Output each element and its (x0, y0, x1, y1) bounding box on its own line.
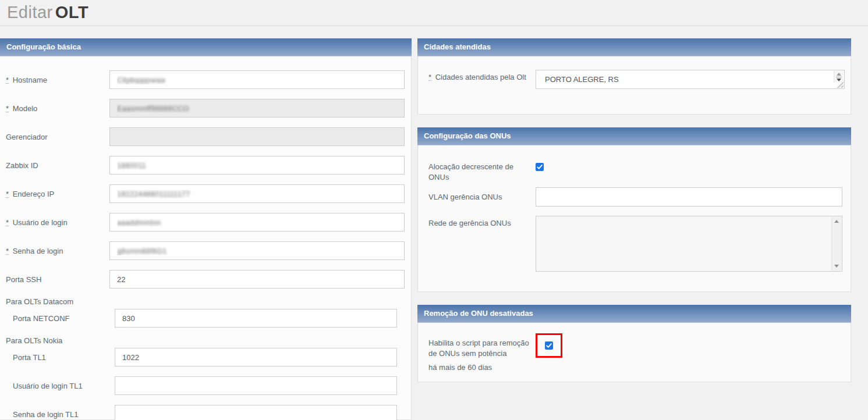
alocacao-label: Alocação decrescente de ONUs (428, 159, 536, 183)
form-row-alocacao: Alocação decrescente de ONUs (428, 159, 842, 183)
panel-body-remocao: Habilita o script para remoção de ONUs s… (417, 323, 851, 382)
spinner-divider (836, 77, 842, 77)
panel-header-remocao: Remoção de ONU desativadas (417, 305, 851, 323)
required-marker: * (6, 220, 9, 226)
scrollbar-up-icon[interactable] (834, 220, 839, 223)
check-icon (537, 164, 543, 170)
remocao-checkbox[interactable] (545, 341, 553, 350)
scrollbar[interactable] (831, 217, 841, 270)
endereco-ip-label: * Endereço IP (6, 190, 109, 198)
left-column: Configuração básica * Hostname * Modelo … (0, 38, 412, 420)
hostname-input[interactable] (109, 70, 405, 89)
panel-body-configuracao-basica: * Hostname * Modelo Gerenciador Zabbix I… (0, 56, 412, 420)
form-row-porta-netconf: Porta NETCONF (6, 309, 411, 328)
remocao-label: Habilita o script para remoção de ONUs s… (428, 338, 536, 359)
form-row-vlan: VLAN gerência ONUs (428, 187, 842, 207)
form-row-gerenciador: Gerenciador (6, 127, 411, 146)
section-heading-datacom: Para OLTs Datacom (6, 297, 411, 307)
remocao-note: há mais de 60 dias (428, 362, 536, 373)
usuario-login-label: * Usuário de login (6, 218, 109, 227)
rede-textarea[interactable] (536, 216, 842, 272)
panel-cidades-atendidas: Cidades atendidas * Cidades atendidas pe… (417, 38, 851, 115)
senha-login-label: * Senha de login (6, 247, 109, 255)
vlan-input[interactable] (536, 187, 842, 207)
right-column: Cidades atendidas * Cidades atendidas pe… (417, 38, 851, 382)
form-row-senha-login: * Senha de login (6, 241, 411, 260)
rede-label: Rede de gerência ONUs (428, 216, 536, 229)
panel-body-onus: Alocação decrescente de ONUs VLAN gerênc… (417, 145, 851, 292)
form-row-porta-ssh: Porta SSH (6, 270, 411, 289)
red-highlight-box (536, 333, 562, 358)
zabbix-id-input[interactable] (109, 156, 405, 175)
porta-netconf-label: Porta NETCONF (6, 314, 109, 323)
required-marker: * (428, 74, 431, 81)
vlan-label: VLAN gerência ONUs (428, 192, 536, 202)
hostname-label: * Hostname (6, 76, 109, 84)
scrollbar-down-icon[interactable] (834, 265, 839, 268)
porta-ssh-label: Porta SSH (6, 275, 109, 284)
modelo-input (109, 99, 405, 118)
page-titlebar: EditarOLT (0, 0, 868, 26)
form-row-zabbix-id: Zabbix ID (6, 156, 411, 175)
zabbix-id-label: Zabbix ID (6, 161, 109, 170)
senha-login-input[interactable] (109, 241, 405, 260)
required-marker: * (6, 248, 9, 255)
page-title: EditarOLT (7, 3, 868, 22)
spinner-down-icon[interactable] (837, 79, 841, 81)
form-row-hostname: * Hostname (6, 70, 411, 89)
check-icon (546, 343, 552, 348)
usuario-login-input[interactable] (109, 213, 405, 232)
gerenciador-input (109, 127, 405, 146)
gerenciador-label: Gerenciador (6, 133, 109, 141)
form-row-porta-tl1: Porta TL1 (6, 348, 411, 366)
porta-ssh-input[interactable] (109, 270, 405, 289)
page-title-bold: OLT (55, 3, 88, 22)
section-heading-nokia: Para OLTs Nokia (6, 336, 411, 346)
form-row-usuario-tl1: Usuário de login TL1 (6, 376, 411, 395)
required-marker: * (6, 77, 9, 84)
alocacao-checkbox[interactable] (536, 163, 544, 171)
usuario-tl1-label: Usuário de login TL1 (6, 382, 109, 390)
modelo-label: * Modelo (6, 104, 109, 113)
panel-configuracao-basica: Configuração básica * Hostname * Modelo … (0, 38, 412, 420)
panel-header-cidades: Cidades atendidas (417, 38, 851, 56)
panel-header-onus: Configuração das ONUs (417, 127, 851, 145)
porta-netconf-input[interactable] (115, 309, 397, 328)
form-row-rede: Rede de gerência ONUs (428, 216, 842, 272)
page-title-light: Editar (7, 3, 53, 22)
porta-tl1-input[interactable] (115, 348, 397, 366)
panel-configuracao-onus: Configuração das ONUs Alocação decrescen… (417, 127, 851, 292)
usuario-tl1-input[interactable] (115, 376, 397, 395)
form-row-endereco-ip: * Endereço IP (6, 184, 411, 203)
required-marker: * (6, 106, 9, 112)
required-marker: * (6, 191, 9, 198)
cidades-select[interactable]: PORTO ALEGRE, RS (536, 70, 845, 89)
porta-tl1-label: Porta TL1 (6, 353, 109, 362)
edit-olt-page: EditarOLT Configuração básica * Hostname… (0, 0, 868, 420)
cidades-selected-option[interactable]: PORTO ALEGRE, RS (536, 70, 844, 88)
endereco-ip-input[interactable] (109, 184, 405, 203)
panel-header-configuracao-basica: Configuração básica (0, 38, 412, 56)
cidades-label: * Cidades atendidas pela Olt (428, 70, 536, 83)
form-row-senha-tl1: Senha de login TL1 (6, 405, 411, 420)
panel-body-cidades: * Cidades atendidas pela Olt PORTO ALEGR… (417, 56, 851, 115)
form-row-modelo: * Modelo (6, 99, 411, 118)
spinner-control[interactable] (834, 71, 844, 83)
senha-tl1-label: Senha de login TL1 (6, 410, 109, 419)
senha-tl1-input[interactable] (115, 405, 397, 420)
form-row-usuario-login: * Usuário de login (6, 213, 411, 232)
content-area: Configuração básica * Hostname * Modelo … (0, 26, 868, 420)
spinner-up-icon[interactable] (837, 73, 841, 76)
remocao-label-block: Habilita o script para remoção de ONUs s… (428, 336, 536, 373)
panel-remocao-onu: Remoção de ONU desativadas Habilita o sc… (417, 305, 851, 382)
